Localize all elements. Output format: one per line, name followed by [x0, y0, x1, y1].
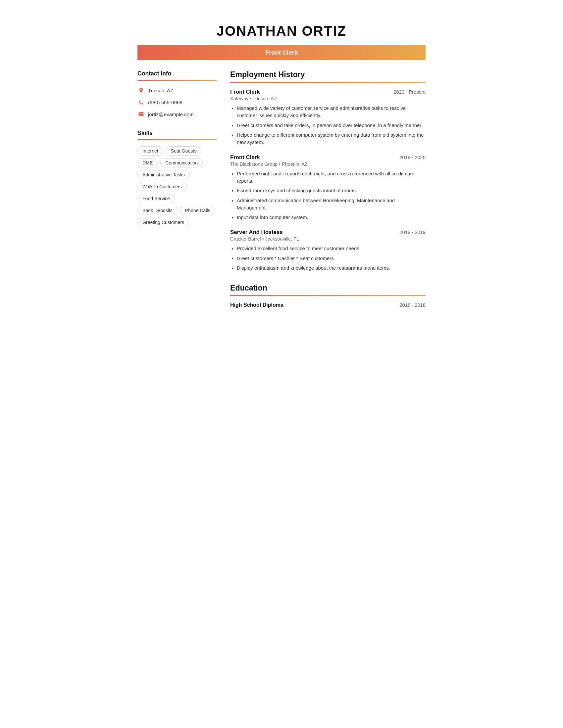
- bullet-item: Provided excellent food service to meet …: [237, 245, 426, 252]
- jobs-container: Front Clerk2020 - PresentSafeway • Tucso…: [230, 89, 426, 272]
- resume-name: JONATHAN ORTIZ: [137, 13, 426, 45]
- bullet-item: Administrated communication between Hous…: [237, 197, 426, 212]
- bullet-item: Display enthusiasm and knowledge about t…: [237, 264, 426, 272]
- location-text: Tucson, AZ: [148, 88, 173, 93]
- phone-icon: [137, 99, 145, 106]
- skills-section: Skills InternetSeat GuestsDMECommunicati…: [137, 130, 217, 227]
- bullet-item: Issued room keys and checking guests in/…: [237, 187, 426, 194]
- contact-email: jortiz@example.com: [137, 111, 217, 118]
- education-container: High School Diploma2018 - 2018: [230, 302, 426, 308]
- education-section: Education High School Diploma2018 - 2018: [230, 284, 426, 308]
- skills-divider: [137, 139, 217, 140]
- skill-tag: Communication: [160, 158, 203, 167]
- skill-tag: Walk-In Customers: [137, 182, 187, 191]
- employment-divider: [230, 82, 426, 83]
- skill-tag: Greeting Customers: [137, 218, 189, 227]
- bullet-item: Greet customers and take orders, in pers…: [237, 122, 426, 129]
- edu-degree: High School Diploma: [230, 302, 284, 308]
- job-entry: Server And Hostess2018 - 2019Cracker Bar…: [230, 229, 426, 272]
- skill-tag: Bank Deposits: [137, 206, 177, 215]
- contact-divider: [137, 80, 217, 81]
- bullet-item: Greet customers * Cashier * Seat custome…: [237, 255, 426, 262]
- job-title: Server And Hostess: [230, 229, 283, 236]
- employment-section: Employment History Front Clerk2020 - Pre…: [230, 70, 426, 272]
- education-heading: Education: [230, 284, 426, 293]
- email-icon: [137, 111, 145, 118]
- job-company: The Blackstone Group • Phoenix, AZ: [230, 161, 426, 167]
- edu-dates: 2018 - 2018: [399, 302, 426, 308]
- right-content: Employment History Front Clerk2020 - Pre…: [230, 70, 426, 320]
- skill-tag: Food Service: [137, 194, 175, 203]
- job-bullets: Provided excellent food service to meet …: [230, 245, 426, 272]
- skill-tag: Internet: [137, 146, 163, 156]
- job-entry: Front Clerk2019 - 2020The Blackstone Gro…: [230, 154, 426, 221]
- skill-tag: Phone Calls: [180, 206, 215, 215]
- education-divider: [230, 295, 426, 296]
- contact-section: Contact Info Tucson, AZ (980) 555-6968: [137, 70, 217, 118]
- skill-tag: Seat Guests: [166, 146, 201, 156]
- email-text: jortiz@example.com: [148, 112, 194, 117]
- job-dates: 2018 - 2019: [399, 230, 426, 235]
- job-title: Front Clerk: [230, 89, 260, 95]
- skills-tags: InternetSeat GuestsDMECommunicationAdmin…: [137, 146, 217, 227]
- skill-tag: DME: [137, 158, 158, 167]
- main-layout: Contact Info Tucson, AZ (980) 555-6968: [137, 70, 426, 320]
- job-title-bar: Front Clerk: [137, 45, 426, 60]
- job-dates: 2020 - Present: [394, 89, 426, 95]
- contact-location: Tucson, AZ: [137, 87, 217, 94]
- contact-heading: Contact Info: [137, 70, 217, 77]
- skills-heading: Skills: [137, 130, 217, 137]
- bullet-item: Performed night audit reports each night…: [237, 170, 426, 185]
- skill-tag: Administrative Tasks: [137, 170, 190, 179]
- job-company: Safeway • Tucson, AZ: [230, 96, 426, 101]
- bullet-item: Input data into computer system.: [237, 214, 426, 221]
- job-entry: Front Clerk2020 - PresentSafeway • Tucso…: [230, 89, 426, 146]
- job-bullets: Managed wide variety of customer service…: [230, 105, 426, 146]
- employment-heading: Employment History: [230, 70, 426, 79]
- education-entry: High School Diploma2018 - 2018: [230, 302, 426, 308]
- job-title: Front Clerk: [230, 154, 260, 161]
- bullet-item: Helped change to different computer syst…: [237, 131, 426, 146]
- contact-phone: (980) 555-6968: [137, 99, 217, 106]
- job-dates: 2019 - 2020: [399, 155, 426, 160]
- job-bullets: Performed night audit reports each night…: [230, 170, 426, 221]
- location-icon: [137, 87, 145, 94]
- job-company: Cracker Barrel • Jacksonville, FL: [230, 236, 426, 242]
- sidebar: Contact Info Tucson, AZ (980) 555-6968: [137, 70, 217, 320]
- bullet-item: Managed wide variety of customer service…: [237, 105, 426, 119]
- phone-text: (980) 555-6968: [148, 100, 182, 105]
